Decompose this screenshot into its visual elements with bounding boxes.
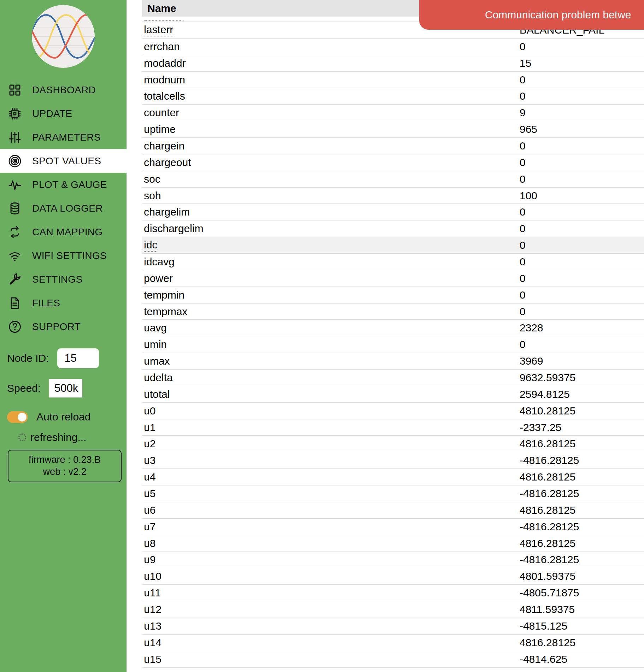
sidebar-item-wifi-settings[interactable]: WIFI SETTINGS <box>0 244 127 267</box>
table-row[interactable]: chargelim 0 <box>142 204 644 220</box>
spot-value-value: 0 <box>520 157 526 169</box>
spot-value-name: uptime <box>144 123 176 135</box>
spot-value-name: totalcells <box>144 90 185 102</box>
spot-value-name: soh <box>144 190 161 202</box>
sidebar: DASHBOARD UPDATE PARAMETERS <box>0 0 127 672</box>
table-row[interactable]: tempmax 0 <box>142 303 644 320</box>
table-row[interactable]: power 0 <box>142 270 644 287</box>
table-row[interactable]: u0 4810.28125 <box>142 403 644 419</box>
sidebar-item-label: PLOT & GAUGE <box>32 179 107 190</box>
table-row[interactable]: u11 -4805.71875 <box>142 585 644 601</box>
spot-value-name: u4 <box>144 471 156 483</box>
spot-value-name: tempmax <box>144 306 187 318</box>
table-row[interactable]: modnum 0 <box>142 72 644 88</box>
spot-value-name: u9 <box>144 554 156 566</box>
spot-value-value: -4816.28125 <box>520 521 579 533</box>
table-row[interactable]: counter 9 <box>142 105 644 121</box>
wrench-icon <box>7 272 22 287</box>
sidebar-item-label: DATA LOGGER <box>32 203 103 214</box>
table-row[interactable]: modaddr 15 <box>142 55 644 72</box>
table-row[interactable]: u8 4816.28125 <box>142 535 644 552</box>
table-row[interactable]: idcavg 0 <box>142 254 644 270</box>
spot-value-value: -2337.25 <box>520 422 561 434</box>
speed-select[interactable]: 500k <box>49 379 82 397</box>
spot-value-name: u3 <box>144 454 156 466</box>
sidebar-item-files[interactable]: FILES <box>0 291 127 315</box>
spot-value-name: u8 <box>144 537 156 549</box>
table-row[interactable]: utotal 2594.8125 <box>142 386 644 403</box>
table-row[interactable]: uavg 2328 <box>142 320 644 336</box>
sidebar-item-spot-values[interactable]: SPOT VALUES <box>0 149 127 173</box>
spot-value-name: idcavg <box>144 256 175 268</box>
spot-value-value: 4816.28125 <box>520 537 576 549</box>
spot-value-name: umax <box>144 355 170 367</box>
table-row[interactable]: u5 -4816.28125 <box>142 485 644 502</box>
auto-reload-label: Auto reload <box>36 411 90 423</box>
sidebar-item-label: CAN MAPPING <box>32 226 103 238</box>
table-row[interactable]: chargeout 0 <box>142 154 644 171</box>
table-row[interactable]: totalcells 0 <box>142 88 644 105</box>
sidebar-item-parameters[interactable]: PARAMETERS <box>0 125 127 149</box>
spot-value-value: 0 <box>520 272 526 284</box>
spot-value-name: modnum <box>144 74 185 86</box>
spot-value-name: chargein <box>144 140 185 152</box>
table-row[interactable]: u12 4811.59375 <box>142 601 644 618</box>
table-row[interactable]: errchan 0 <box>142 39 644 55</box>
node-id-input[interactable] <box>57 348 99 368</box>
table-row[interactable]: idc 0 <box>142 237 644 254</box>
sidebar-item-label: UPDATE <box>32 108 72 119</box>
table-row[interactable]: u7 -4816.28125 <box>142 519 644 535</box>
auto-reload-toggle[interactable] <box>7 411 28 423</box>
sidebar-item-label: FILES <box>32 297 60 309</box>
spot-value-value: 4810.28125 <box>520 405 576 417</box>
table-row[interactable]: u3 -4816.28125 <box>142 452 644 469</box>
error-toast: Communication problem betwe <box>419 0 644 30</box>
sidebar-item-label: SETTINGS <box>32 274 82 285</box>
spot-value-value: 0 <box>520 306 526 318</box>
sidebar-item-can-mapping[interactable]: CAN MAPPING <box>0 220 127 244</box>
table-row[interactable]: u9 -4816.28125 <box>142 552 644 568</box>
spot-value-value: 4801.59375 <box>520 570 576 582</box>
spot-value-name: u12 <box>144 603 162 615</box>
sidebar-item-data-logger[interactable]: DATA LOGGER <box>0 196 127 220</box>
sidebar-item-update[interactable]: UPDATE <box>0 102 127 125</box>
column-header-name: Name <box>142 2 176 14</box>
table-row[interactable]: umin 0 <box>142 336 644 353</box>
spot-value-name: chargelim <box>144 206 190 218</box>
table-row[interactable]: tempmin 0 <box>142 287 644 303</box>
bullseye-icon <box>7 154 22 169</box>
table-row[interactable]: u1 -2337.25 <box>142 419 644 436</box>
sidebar-item-support[interactable]: SUPPORT <box>0 315 127 338</box>
table-row[interactable]: chargein 0 <box>142 138 644 154</box>
table-row[interactable]: uptime 965 <box>142 121 644 138</box>
chip-icon <box>7 106 22 121</box>
spot-value-name: u7 <box>144 521 156 533</box>
table-row[interactable]: u10 4801.59375 <box>142 568 644 585</box>
table-row[interactable]: u4 4816.28125 <box>142 469 644 485</box>
table-row[interactable]: u13 -4815.125 <box>142 618 644 635</box>
table-row[interactable]: u6 4816.28125 <box>142 502 644 519</box>
table-row[interactable]: umax 3969 <box>142 353 644 370</box>
sidebar-item-settings[interactable]: SETTINGS <box>0 267 127 291</box>
spot-value-value: -4814.625 <box>520 653 567 665</box>
spot-value-value: 2594.8125 <box>520 388 570 400</box>
spot-value-value: -4816.28125 <box>520 454 579 466</box>
table-row[interactable]: udelta 9632.59375 <box>142 370 644 386</box>
table-row[interactable]: soh 100 <box>142 188 644 204</box>
spot-value-value: 965 <box>520 123 537 135</box>
table-row[interactable]: dischargelim 0 <box>142 220 644 237</box>
sidebar-item-dashboard[interactable]: DASHBOARD <box>0 78 127 102</box>
table-row[interactable]: u15 -4814.625 <box>142 651 644 668</box>
file-icon <box>7 296 22 311</box>
table-row[interactable]: soc 0 <box>142 171 644 188</box>
spot-value-name: u11 <box>144 587 161 599</box>
table-row[interactable]: u14 4816.28125 <box>142 635 644 651</box>
spot-value-name: u10 <box>144 570 162 582</box>
spot-value-name: u13 <box>144 620 162 632</box>
table-row[interactable]: u2 4816.28125 <box>142 436 644 452</box>
spot-value-value: 0 <box>520 41 526 53</box>
database-icon <box>7 201 22 216</box>
sidebar-item-plot-gauge[interactable]: PLOT & GAUGE <box>0 173 127 196</box>
spot-value-name: uavg <box>144 322 167 334</box>
spot-value-name: u2 <box>144 438 156 450</box>
